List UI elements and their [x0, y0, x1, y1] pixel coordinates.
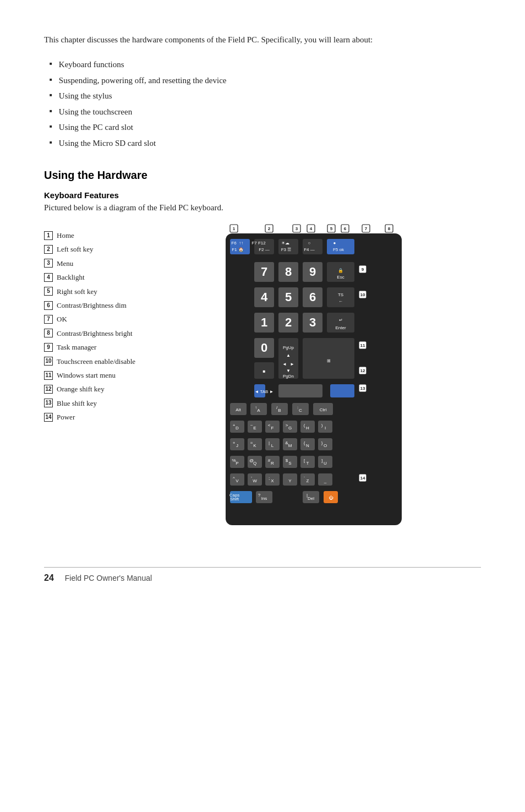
svg-text:3: 3 — [296, 226, 298, 231]
legend-item-4: 4 Backlight — [44, 271, 154, 284]
intro-text: This chapter discusses the hardware comp… — [44, 33, 429, 46]
legend-item-6: 6 Contrast/Brightness dim — [44, 299, 154, 312]
svg-text:10: 10 — [360, 292, 365, 297]
legend-item-8: 8 Contrast/Brightness bright — [44, 327, 154, 340]
legend-item-2: 2 Left soft key — [44, 243, 154, 255]
svg-text:Q: Q — [253, 461, 256, 466]
svg-text:PgUp: PgUp — [283, 345, 294, 350]
svg-text:Alt: Alt — [236, 407, 241, 412]
legend-num-7: 7 — [44, 315, 53, 324]
svg-text:F3 ☰: F3 ☰ — [281, 247, 292, 252]
svg-text:M: M — [288, 443, 292, 448]
legend-item-14: 14 Power — [44, 411, 154, 423]
svg-text:⊞: ⊞ — [327, 358, 331, 363]
svg-text:X: X — [271, 478, 274, 483]
legend-num-10: 10 — [44, 357, 53, 366]
svg-text:W: W — [253, 478, 257, 483]
keyboard-section: 1 Home 2 Left soft key 3 Menu 4 Backligh… — [44, 224, 481, 545]
svg-text:Del: Del — [308, 496, 314, 501]
bullet-item-6: Using the Micro SD card slot — [50, 137, 481, 150]
svg-text:L: L — [271, 443, 274, 448]
svg-text:|: | — [269, 440, 270, 445]
bullet-item-2: Suspending, powering off, and resetting … — [50, 74, 481, 87]
section-title: Using the Hardware — [44, 169, 481, 182]
legend-label-7: OK — [57, 313, 67, 325]
svg-text:PgDn: PgDn — [283, 374, 294, 379]
svg-text:]: ] — [321, 458, 322, 463]
legend-label-6: Contrast/Brightness dim — [57, 299, 127, 312]
svg-text:●: ● — [333, 241, 336, 246]
legend-item-11: 11 Windows start menu — [44, 369, 154, 382]
svg-text:11: 11 — [360, 343, 365, 348]
svg-text:Enter: Enter — [335, 325, 346, 330]
svg-text:9: 9 — [362, 267, 364, 272]
legend-num-12: 12 — [44, 385, 53, 394]
legend-num-1: 1 — [44, 231, 53, 240]
svg-text:{: { — [304, 440, 305, 445]
svg-text:K: K — [253, 443, 256, 448]
legend-item-12: 12 Orange shift key — [44, 383, 154, 395]
keyboard-diagram: .kbd-body { fill: #2a2a2a; rx: 12; } .ke… — [171, 224, 407, 545]
svg-text:7: 7 — [261, 265, 267, 279]
footer-manual-title: Field PC Owner's Manual — [65, 574, 152, 582]
svg-text:H: H — [306, 426, 309, 430]
svg-text:B: B — [278, 408, 281, 413]
svg-text:TS: TS — [338, 292, 343, 297]
footer: 24 Field PC Owner's Manual — [44, 567, 481, 583]
svg-text:S: S — [288, 461, 291, 466]
footer-page-number: 24 — [44, 573, 54, 583]
svg-text:Shift: Shift — [230, 497, 239, 502]
bullet-item-1: Keyboard functions — [50, 58, 481, 71]
svg-text:▼: ▼ — [286, 368, 291, 373]
svg-text:4: 4 — [261, 290, 268, 304]
svg-text:Z: Z — [307, 478, 309, 483]
legend-item-9: 9 Task manager — [44, 341, 154, 353]
svg-text:D: D — [236, 426, 239, 430]
legend-num-6: 6 — [44, 301, 53, 310]
legend-label-3: Menu — [57, 257, 73, 270]
svg-text:12: 12 — [360, 368, 365, 373]
svg-text:8: 8 — [285, 265, 292, 279]
svg-text:<: < — [268, 423, 271, 428]
svg-text:+: + — [233, 440, 236, 445]
legend-label-9: Task manager — [57, 341, 96, 353]
svg-text:4: 4 — [310, 226, 313, 231]
svg-text:▲: ▲ — [286, 353, 291, 358]
keyboard-desc: Pictured below is a diagram of the Field… — [44, 203, 481, 212]
svg-text:}: } — [321, 440, 323, 445]
svg-text:R: R — [271, 461, 274, 466]
svg-text:1: 1 — [233, 226, 236, 231]
svg-rect-50 — [327, 287, 354, 307]
svg-rect-82 — [278, 384, 322, 397]
svg-text:6: 6 — [309, 290, 316, 304]
legend-num-4: 4 — [44, 273, 53, 282]
svg-text::: : — [297, 405, 298, 410]
legend-label-4: Backlight — [57, 271, 85, 284]
legend-label-13: Blue shift key — [57, 397, 97, 410]
svg-text:Esc: Esc — [337, 275, 344, 280]
svg-text:$: $ — [286, 458, 288, 463]
svg-text:G: G — [288, 426, 292, 430]
svg-text:1: 1 — [261, 315, 267, 329]
svg-text:F7 F12: F7 F12 — [251, 241, 266, 246]
legend-item-13: 13 Blue shift key — [44, 397, 154, 410]
legend-item-5: 5 Right soft key — [44, 285, 154, 298]
svg-text:U: U — [324, 461, 327, 466]
bullet-list: Keyboard functions Suspending, powering … — [44, 58, 481, 149]
svg-text:=: = — [250, 440, 253, 445]
svg-text:○: ○ — [308, 241, 311, 246]
svg-text:F1 🏠: F1 🏠 — [232, 247, 244, 252]
svg-text:C: C — [299, 408, 302, 413]
svg-text:N: N — [306, 443, 309, 448]
svg-text:V: V — [236, 478, 239, 483]
svg-text:7: 7 — [365, 226, 368, 231]
svg-text:◄ TAB ►: ◄ TAB ► — [254, 389, 274, 394]
svg-text:J: J — [236, 443, 238, 448]
svg-text:T: T — [307, 461, 309, 466]
legend-num-3: 3 — [44, 259, 53, 268]
svg-text:): ) — [321, 423, 323, 428]
legend-num-2: 2 — [44, 245, 53, 254]
legend-num-9: 9 — [44, 343, 53, 352]
legend-label-10: Touchscreen enable/disable — [57, 355, 135, 368]
svg-text:Ins: Ins — [261, 496, 267, 501]
